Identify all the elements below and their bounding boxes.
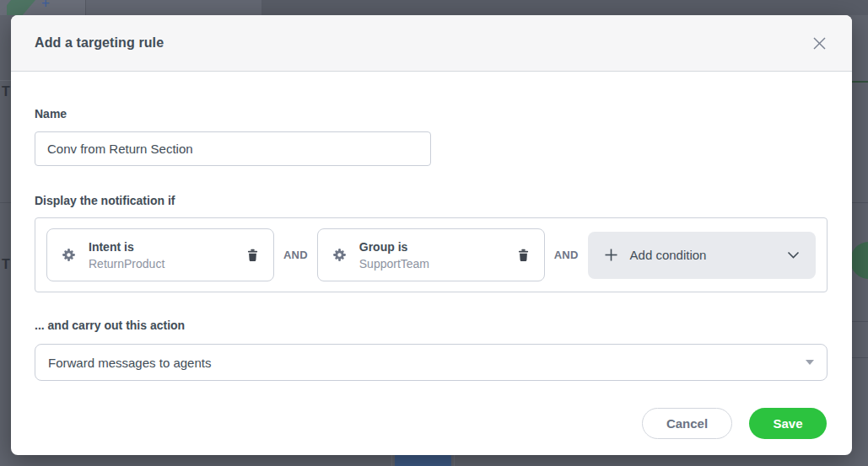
background-green-circle: [850, 242, 868, 279]
chevron-down-icon: [787, 251, 800, 259]
modal-header: Add a targeting rule: [11, 15, 852, 72]
background-divider: [852, 202, 868, 203]
background-partial-heading-mid: T: [2, 257, 10, 272]
background-divider: [852, 321, 868, 322]
condition-value: ReturnProduct: [89, 255, 164, 272]
trash-icon: [517, 249, 530, 262]
cancel-button[interactable]: Cancel: [642, 408, 732, 439]
gear-icon: [62, 248, 76, 262]
background-divider: [0, 202, 11, 203]
background-divider: [852, 357, 868, 358]
add-targeting-rule-modal: Add a targeting rule Name Display the no…: [11, 15, 852, 455]
add-condition-label: Add condition: [630, 248, 707, 262]
background-partial-heading-top: T: [2, 84, 10, 99]
and-operator: AND: [554, 249, 579, 261]
condition-value: SupportTeam: [359, 255, 429, 272]
background-green-line: [852, 81, 868, 83]
condition-texts: Intent is ReturnProduct: [89, 238, 164, 272]
background-divider: [0, 80, 11, 81]
conditions-container: Intent is ReturnProduct AND: [35, 217, 828, 292]
add-condition-button[interactable]: Add condition: [588, 232, 816, 279]
modal-title: Add a targeting rule: [35, 35, 164, 51]
modal-footer: Cancel Save: [642, 408, 827, 439]
name-label: Name: [35, 107, 67, 121]
condition-type: Group is: [359, 238, 429, 255]
action-select[interactable]: Forward messages to agents: [35, 344, 828, 381]
condition-texts: Group is SupportTeam: [359, 238, 429, 272]
condition-type: Intent is: [89, 238, 164, 255]
conditions-label: Display the notification if: [35, 194, 175, 207]
close-icon: [811, 35, 828, 51]
condition-card-intent[interactable]: Intent is ReturnProduct: [46, 228, 274, 281]
background-plus-glyph: +: [41, 0, 50, 12]
delete-condition-button[interactable]: [515, 247, 531, 264]
background-divider: [454, 455, 455, 466]
background-topbar-right: [261, 0, 868, 15]
gear-icon: [332, 248, 347, 262]
action-select-value: Forward messages to agents: [48, 356, 211, 370]
background-blue-button: [395, 455, 451, 466]
plus-icon: [604, 248, 618, 262]
background-divider: [391, 455, 392, 466]
delete-condition-button[interactable]: [245, 247, 261, 264]
close-button[interactable]: [810, 34, 828, 52]
action-label: ... and carry out this action: [35, 319, 185, 332]
name-input[interactable]: [35, 131, 431, 166]
caret-down-icon: [806, 360, 814, 365]
save-button[interactable]: Save: [749, 408, 827, 439]
trash-icon: [246, 249, 259, 262]
condition-card-group[interactable]: Group is SupportTeam: [317, 228, 545, 281]
background-topbar-middle: [85, 0, 262, 15]
and-operator: AND: [283, 249, 308, 261]
